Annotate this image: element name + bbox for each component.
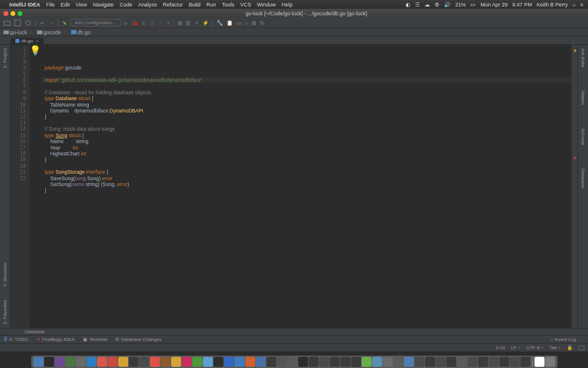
dock-app-icon[interactable] [44, 357, 54, 367]
tool-database[interactable]: Database [580, 168, 586, 188]
toolbar-icon[interactable]: ⚡ [202, 20, 209, 26]
menu-view[interactable]: View [76, 2, 87, 8]
dock-app-icon[interactable] [224, 357, 234, 367]
menu-refactor[interactable]: Refactor [163, 2, 183, 8]
dock-app-icon[interactable] [415, 357, 425, 367]
dock-app-icon[interactable] [245, 357, 255, 367]
readonly-lock-icon[interactable]: 🔓 [567, 345, 573, 350]
dock-app-icon[interactable] [150, 357, 160, 367]
tool-ant[interactable]: Ant Build [580, 48, 586, 67]
dock-app-icon[interactable] [309, 357, 319, 367]
close-window-icon[interactable] [4, 11, 8, 16]
tool-dbchanges[interactable]: ⊟Database Changes [115, 337, 162, 342]
dock-app-icon[interactable] [499, 357, 509, 367]
dock-app-icon[interactable] [266, 357, 276, 367]
toolbar-icon[interactable]: ↗ [194, 20, 199, 26]
status-caret-pos[interactable]: 6:10 [496, 345, 506, 350]
toolbar-icon[interactable]: ⌕ [245, 20, 248, 26]
dock-app-icon[interactable] [520, 357, 530, 367]
tool-maven[interactable]: Maven [580, 91, 586, 105]
menu-analyze[interactable]: Analyze [138, 2, 157, 8]
breadcrumb-file[interactable]: db.go [71, 29, 91, 35]
dock-app-icon[interactable] [235, 357, 245, 367]
debug-icon[interactable]: 🐞 [132, 20, 138, 26]
profile-icon[interactable]: ◐ [151, 20, 155, 26]
dock-app-icon[interactable] [34, 357, 44, 367]
dock-app-icon[interactable] [76, 357, 86, 367]
dock-app-icon[interactable] [383, 357, 393, 367]
dock-app-icon[interactable] [192, 357, 202, 367]
dock-app-icon[interactable] [436, 357, 446, 367]
menubar-icon[interactable]: ◐ [406, 2, 410, 8]
dock-app-icon[interactable] [139, 357, 149, 367]
menu-tools[interactable]: Tools [222, 2, 235, 8]
toolbar-icon[interactable]: ⊟ [186, 20, 191, 26]
toolbar-icon[interactable]: ⊞ [178, 20, 182, 26]
toolbar-icon[interactable]: ⊞ [252, 20, 256, 26]
dock-app-icon[interactable] [256, 357, 266, 367]
breadcrumb-project[interactable]: go-lock [4, 29, 27, 35]
menu-build[interactable]: Build [189, 2, 201, 8]
tool-favorites[interactable]: 2: Favorites [2, 300, 8, 324]
app-name[interactable]: IntelliJ IDEA [9, 2, 41, 8]
forward-icon[interactable]: → [49, 19, 55, 26]
dock-app-icon[interactable] [372, 357, 382, 367]
add-configuration-button[interactable]: Add Configuration... [71, 19, 121, 26]
toolbar-icon[interactable]: 🔧 [216, 20, 223, 26]
breadcrumb-folder[interactable]: gocode [37, 29, 61, 35]
editor-breadcrumb[interactable]: Database [0, 328, 588, 335]
editor-tab[interactable]: db.go × [11, 38, 44, 44]
dock-app-icon[interactable] [298, 357, 308, 367]
menubar-icon[interactable]: ≡ [580, 2, 583, 8]
menubar-icon[interactable]: ☁ [425, 2, 430, 8]
error-stripe[interactable] [572, 45, 577, 328]
toolbar-icon[interactable]: ↻ [260, 20, 265, 26]
status-encoding[interactable]: UTF-8 ÷ [526, 345, 543, 350]
tool-project[interactable]: 1: Project [2, 48, 8, 68]
memory-indicator[interactable] [579, 346, 584, 350]
run-icon[interactable]: ▶ [124, 20, 128, 26]
dock-app-icon[interactable] [545, 357, 555, 367]
dock-app-icon[interactable] [534, 357, 544, 367]
intention-bulb-icon[interactable]: 💡 [29, 45, 41, 328]
dock-app-icon[interactable] [86, 357, 96, 367]
dock-app-icon[interactable] [319, 357, 329, 367]
coverage-icon[interactable]: ◧ [142, 20, 147, 26]
dock-app-icon[interactable] [161, 357, 171, 367]
error-marker[interactable] [574, 157, 576, 159]
menubar-icon[interactable]: ⚙ [435, 2, 439, 8]
tool-eventlog[interactable]: ○Event Log [550, 337, 576, 342]
dock-app-icon[interactable] [446, 357, 456, 367]
dock-app-icon[interactable] [55, 357, 65, 367]
build-icon[interactable]: ⬊ [62, 20, 67, 26]
refresh-icon[interactable] [25, 19, 32, 26]
dock-app-icon[interactable] [351, 357, 361, 367]
menu-run[interactable]: Run [206, 2, 216, 8]
dock-app-icon[interactable] [97, 357, 107, 367]
dock-app-icon[interactable] [330, 357, 340, 367]
dock-app-icon[interactable] [478, 357, 488, 367]
menu-file[interactable]: File [46, 2, 55, 8]
dock-app-icon[interactable] [182, 357, 192, 367]
close-tab-icon[interactable]: × [36, 38, 39, 44]
dock-app-icon[interactable] [340, 357, 350, 367]
menu-code[interactable]: Code [119, 2, 132, 8]
dock-app-icon[interactable] [489, 357, 499, 367]
open-icon[interactable] [4, 19, 11, 26]
dock-app-icon[interactable] [457, 357, 467, 367]
menubar-date[interactable]: Mon Apr 29 [480, 2, 507, 8]
menu-window[interactable]: Window [257, 2, 276, 8]
menu-vcs[interactable]: VCS [240, 2, 252, 8]
menu-edit[interactable]: Edit [61, 2, 70, 8]
back-icon[interactable]: ← [39, 19, 45, 26]
dock-app-icon[interactable] [467, 357, 477, 367]
dock-app-icon[interactable] [404, 357, 414, 367]
dock-app-icon[interactable] [362, 357, 372, 367]
dock-app-icon[interactable] [288, 357, 298, 367]
menu-navigate[interactable]: Navigate [93, 2, 114, 8]
menubar-user[interactable]: Keith B Perry [537, 2, 568, 8]
dock-app-icon[interactable] [108, 357, 118, 367]
dock-app-icon[interactable] [129, 357, 139, 367]
menubar-icon[interactable]: ☰ [415, 2, 420, 8]
toolbar-icon[interactable]: 📋 [226, 20, 233, 26]
